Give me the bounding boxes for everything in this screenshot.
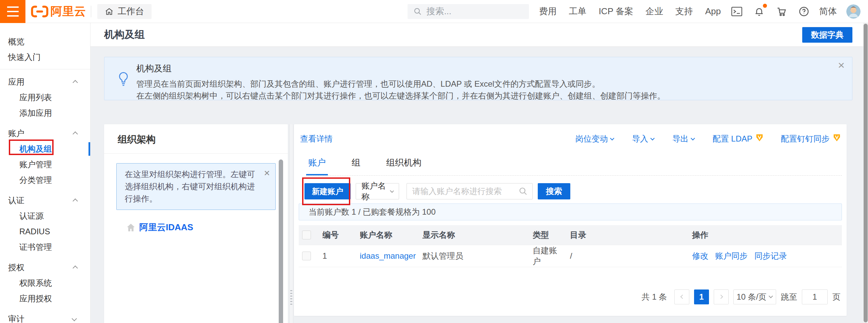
banner-title: 机构及组 [136, 63, 832, 74]
menu-icp[interactable]: ICP 备案 [599, 5, 633, 17]
sidebar-item-org-groups[interactable]: 机构及组 [0, 141, 90, 157]
quota-text: 当前账户数 1 / 已购套餐规格为 100 [309, 207, 436, 217]
quota-bar: 当前账户数 1 / 已购套餐规格为 100 [299, 203, 842, 220]
new-account-button[interactable]: 新建账户 [304, 183, 351, 199]
sync-records-link[interactable]: 同步记录 [754, 251, 787, 261]
page-size-select[interactable]: 10 条/页 [733, 289, 776, 304]
sidebar-group-accounts[interactable]: 账户 [0, 126, 90, 141]
configure-dingtalk-label: 配置钉钉同步 [781, 133, 830, 144]
sidebar-group-label: 授权 [8, 262, 24, 273]
data-dictionary-button[interactable]: 数据字典 [802, 27, 852, 43]
account-name-link[interactable]: idaas_manager [360, 251, 416, 260]
configure-ldap-link[interactable]: 配置 LDAP [713, 133, 763, 144]
menu-app[interactable]: App [705, 6, 721, 17]
next-page-button[interactable] [714, 289, 729, 304]
search-icon [414, 7, 422, 16]
notification-dot [763, 4, 767, 8]
pagination: 共 1 条 1 10 条/页 跳至 页 [299, 289, 842, 304]
detail-panel: 查看详情 岗位变动 导入 导出 [294, 124, 847, 316]
org-tip-close-icon[interactable]: × [264, 167, 270, 179]
tree-node-label: 阿里云IDAAS [139, 221, 193, 233]
filter-field-select[interactable]: 账户名称 [356, 183, 399, 199]
menu-billing[interactable]: 费用 [539, 5, 557, 17]
configure-dingtalk-sync-link[interactable]: 配置钉钉同步 [781, 133, 841, 144]
sidebar-group-authorization[interactable]: 授权 [0, 260, 90, 275]
import-label: 导入 [632, 133, 648, 144]
panel-splitter-handle[interactable] [289, 124, 293, 323]
tab-org-units[interactable]: 组织机构 [384, 153, 423, 175]
sidebar-group-label: 账户 [8, 128, 24, 139]
export-dropdown[interactable]: 导出 [672, 133, 695, 144]
sidebar-group-label: 审计 [8, 314, 24, 323]
sidebar-item-account-mgmt[interactable]: 账户管理 [0, 157, 90, 172]
modify-link[interactable]: 修改 [692, 251, 708, 261]
sidebar-group-authentication[interactable]: 认证 [0, 193, 90, 208]
cell-type: 自建账户 [529, 245, 567, 267]
position-change-dropdown[interactable]: 岗位变动 [575, 133, 614, 144]
tree-node-root[interactable]: 阿里云IDAAS [126, 221, 288, 233]
jump-page-input[interactable] [802, 289, 828, 304]
sidebar-item-permission-system[interactable]: 权限系统 [0, 275, 90, 291]
window-scrollbar[interactable] [863, 23, 868, 323]
home-icon [126, 222, 136, 233]
sidebar-group-audit[interactable]: 审计 [0, 311, 90, 323]
prev-page-button[interactable] [674, 289, 689, 304]
menu-enterprise[interactable]: 企业 [646, 5, 663, 17]
banner-line-1: 管理员在当前页面对组织架构、部门及其包含的组、账户进行管理，也可以使用AD、LD… [136, 78, 832, 90]
sidebar-item-add-app[interactable]: 添加应用 [0, 105, 90, 121]
aliyun-logo[interactable]: 阿里云 [31, 4, 86, 19]
menu-tickets[interactable]: 工单 [569, 5, 587, 17]
language-switch[interactable]: 简体 [819, 5, 837, 17]
cell-no: 1 [319, 245, 356, 267]
splitter-grip-icon [290, 290, 292, 305]
org-tip-text: 在这里对组织架构进行管理。左键可选择组织机构，右键可对组织机构进行操作。 [125, 170, 255, 203]
console-terminal-icon[interactable] [731, 6, 743, 17]
sidebar-item-app-list[interactable]: 应用列表 [0, 90, 90, 105]
sidebar-item-overview[interactable]: 概览 [0, 34, 90, 49]
topbar: 阿里云 工作台 费用 工单 ICP 备案 企业 支持 App [0, 0, 868, 23]
global-search[interactable] [408, 4, 529, 19]
sidebar-item-cert-mgmt[interactable]: 证书管理 [0, 239, 90, 255]
workbench-button[interactable]: 工作台 [97, 4, 152, 19]
divider [0, 69, 90, 69]
account-sync-link[interactable]: 账户同步 [715, 251, 748, 261]
workbench-label: 工作台 [118, 5, 144, 17]
import-dropdown[interactable]: 导入 [632, 133, 655, 144]
org-panel-scrollbar[interactable] [279, 159, 283, 323]
sidebar: 概览 快速入门 应用 应用列表 添加应用 账户 机构及组 账户管理 分类管理 认… [0, 23, 91, 323]
help-icon[interactable] [798, 6, 810, 17]
notifications-bell-icon[interactable] [753, 6, 765, 17]
user-avatar[interactable] [846, 4, 861, 19]
cart-icon[interactable] [776, 6, 787, 17]
banner-close-icon[interactable]: × [838, 59, 845, 71]
page-header: 机构及组 数据字典 [91, 23, 868, 47]
select-all-checkbox[interactable] [302, 231, 311, 239]
tab-accounts[interactable]: 账户 [306, 153, 328, 175]
hamburger-menu-button[interactable] [0, 0, 25, 23]
view-details-link[interactable]: 查看详情 [300, 133, 333, 144]
lightbulb-icon [117, 71, 130, 88]
chevron-down-icon [72, 316, 77, 321]
col-header-directory: 目录 [567, 225, 689, 245]
search-button[interactable]: 搜索 [538, 183, 570, 199]
menu-support[interactable]: 支持 [675, 5, 693, 17]
sidebar-item-auth-sources[interactable]: 认证源 [0, 208, 90, 224]
account-toolbar: 新建账户 账户名称 搜索 [304, 183, 842, 199]
sidebar-item-radius[interactable]: RADIUS [0, 224, 90, 239]
banner-line-2: 在左侧的组织架构树中，可以右键点击某个部门对其进行操作，也可以左键选择某个部门，… [136, 90, 832, 102]
chevron-down-icon [691, 136, 695, 141]
sidebar-item-quickstart[interactable]: 快速入门 [0, 49, 90, 65]
search-icon [519, 187, 528, 196]
page-1-button[interactable]: 1 [694, 289, 709, 304]
global-search-input[interactable] [427, 6, 515, 17]
account-search-input[interactable] [412, 187, 519, 196]
row-checkbox[interactable] [302, 252, 311, 260]
sidebar-group-label: 认证 [8, 195, 24, 206]
sidebar-item-category-mgmt[interactable]: 分类管理 [0, 172, 90, 188]
page-size-value: 10 条/页 [736, 292, 766, 302]
detail-actions: 岗位变动 导入 导出 配置 LDAP [575, 133, 841, 144]
tab-groups[interactable]: 组 [350, 153, 362, 175]
sidebar-group-applications[interactable]: 应用 [0, 74, 90, 90]
sidebar-item-app-authorization[interactable]: 应用授权 [0, 291, 90, 306]
aliyun-logo-icon [31, 5, 48, 18]
